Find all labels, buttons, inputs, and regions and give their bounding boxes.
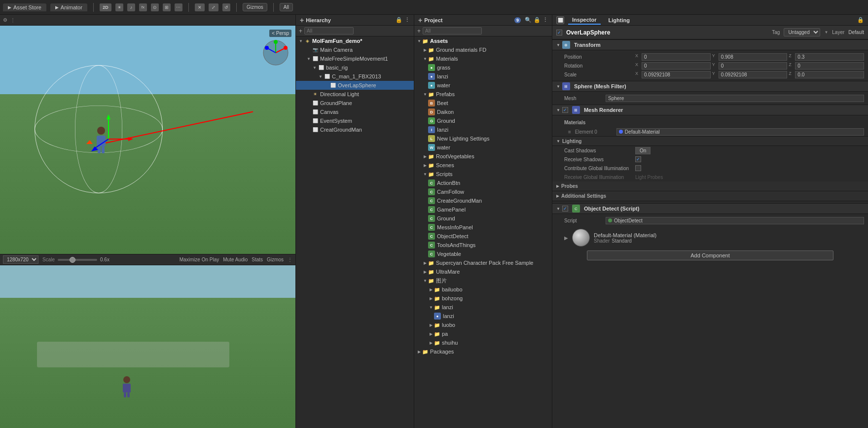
rot-y-field[interactable] <box>719 62 788 70</box>
project-item-water-mat[interactable]: ● water <box>414 81 552 90</box>
project-item-luobo[interactable]: ▶ 📁 luobo <box>414 321 552 329</box>
probes-section[interactable]: ▶ Probes <box>552 181 868 191</box>
project-item-toolsandthings[interactable]: C ToolsAndThings <box>414 241 552 250</box>
resolution-select[interactable]: 1280x720 <box>3 255 38 264</box>
tag-select[interactable]: Untagged <box>784 28 820 36</box>
project-item-shuihu[interactable]: ▶ 📁 shuihu <box>414 338 552 347</box>
hierarchy-more-icon[interactable]: ⋮ <box>404 17 410 23</box>
scale-y-field[interactable] <box>719 71 788 78</box>
2d-toggle[interactable]: 2D <box>100 3 111 11</box>
assets-root[interactable]: ▼ 📁 Assets <box>414 36 552 45</box>
project-item-bohzong[interactable]: ▶ 📁 bohzong <box>414 294 552 303</box>
scale-z-field[interactable] <box>795 71 864 78</box>
scene-view[interactable]: < Persp <box>0 26 295 254</box>
animator-tab[interactable]: ▶ Animator <box>50 3 87 11</box>
lighting-tab[interactable]: Lighting <box>605 16 634 24</box>
project-item-objectdetect[interactable]: C ObjectDetect <box>414 232 552 241</box>
project-item-ground-prefab[interactable]: G Ground <box>414 116 552 125</box>
project-item-pa[interactable]: ▶ 📁 pa <box>414 329 552 338</box>
project-item-supercyan[interactable]: ▶ 📁 Supercyan Character Pack Free Sample <box>414 258 552 267</box>
hierarchy-search[interactable] <box>304 27 354 35</box>
project-plus-icon[interactable]: + <box>417 28 421 35</box>
scene-settings-icon[interactable]: ⚙ <box>3 17 7 23</box>
mesh-renderer-checkbox[interactable] <box>562 107 568 113</box>
hierarchy-item-canvas[interactable]: ⬜ Canvas <box>296 107 414 116</box>
project-item-new-lighting[interactable]: L New Lighting Settings <box>414 134 552 143</box>
hierarchy-item-eventsystem[interactable]: ⬜ EventSystem <box>296 116 414 125</box>
game-more-icon[interactable]: ⋮ <box>288 257 292 262</box>
pos-y-field[interactable] <box>719 53 788 61</box>
inspector-tab[interactable]: Inspector <box>568 16 601 25</box>
project-search-icon[interactable]: 🔍 <box>525 17 532 23</box>
object-active-checkbox[interactable] <box>556 30 562 36</box>
project-item-actionbtn[interactable]: C ActionBtn <box>414 178 552 187</box>
project-item-ground-materials[interactable]: ▶ 📁 Ground materials FD <box>414 45 552 54</box>
hierarchy-item-directional-light[interactable]: ☀ Directional Light <box>296 90 414 99</box>
project-item-prefabs[interactable]: ▼ 📁 Prefabs <box>414 90 552 99</box>
scene-icon1[interactable]: ⊙ <box>151 3 159 11</box>
project-item-materials[interactable]: ▼ 📁 Materials <box>414 54 552 63</box>
light-toggle[interactable]: ☀ <box>115 3 123 11</box>
project-item-packages[interactable]: ▶ 📁 Packages <box>414 347 552 356</box>
audio-toggle[interactable]: ♪ <box>127 3 135 11</box>
transform-header[interactable]: ▼ ⊕ Transform <box>552 39 868 50</box>
project-lock-icon[interactable]: 🔒 <box>534 17 541 23</box>
project-item-ultramare[interactable]: ▶ 📁 UltraMare <box>414 267 552 276</box>
gizmos-btn[interactable]: Gizmos <box>243 3 267 11</box>
scale-x-field[interactable] <box>642 71 711 78</box>
project-item-lanzi-folder[interactable]: ▼ 📁 lanzi <box>414 303 552 312</box>
hierarchy-item-malefree[interactable]: ▼ ⬜ MaleFreeSimpleMovement1 <box>296 54 414 63</box>
hierarchy-item-basic-rig[interactable]: ▼ ⬜ basic_rig <box>296 63 414 72</box>
hierarchy-item-creatgroundman[interactable]: ⬜ CreatGroundMan <box>296 125 414 134</box>
hierarchy-plus-icon[interactable]: + <box>299 28 302 35</box>
asset-store-tab[interactable]: ▶ Asset Store <box>3 3 46 11</box>
project-item-grass[interactable]: ● grass <box>414 63 552 72</box>
mute-audio[interactable]: Mute Audio <box>223 257 248 262</box>
hierarchy-add-icon[interactable]: + <box>300 16 304 24</box>
fx-toggle[interactable]: fx <box>139 3 147 11</box>
game-view[interactable] <box>0 265 295 428</box>
project-item-ground-script[interactable]: C Ground <box>414 214 552 223</box>
add-component-button[interactable]: Add Component <box>587 250 833 260</box>
rot-z-field[interactable] <box>795 62 864 70</box>
lighting-subsection-header[interactable]: ▼ Lighting <box>552 136 868 146</box>
additional-section[interactable]: ▶ Additional Settings <box>552 191 868 201</box>
project-item-messinfopanel[interactable]: C MessInfoPanel <box>414 223 552 232</box>
hierarchy-item-groundplane[interactable]: ⬜ GroundPlane <box>296 99 414 107</box>
scale-slider[interactable] <box>58 259 97 261</box>
project-item-daikon[interactable]: D Daikon <box>414 107 552 116</box>
project-item-rootvegetables[interactable]: ▶ 📁 RootVegetables <box>414 152 552 161</box>
receive-shadows-checkbox[interactable] <box>635 156 641 162</box>
project-more-icon[interactable]: ⋮ <box>542 17 548 23</box>
project-item-lanzi-mat[interactable]: ● lanzi <box>414 72 552 81</box>
transform-tool2[interactable]: ⤢ <box>209 3 218 11</box>
hierarchy-item-cman[interactable]: ▼ ⬜ C_man_1_FBX2013 <box>296 72 414 81</box>
hierarchy-item-main-camera[interactable]: 📷 Main Camera <box>296 45 414 54</box>
project-item-scenes[interactable]: ▶ 📁 Scenes <box>414 161 552 170</box>
project-item-creategroundman[interactable]: C CreateGroundMan <box>414 196 552 205</box>
more-icon[interactable]: ⋯ <box>175 3 182 11</box>
scene-root-item[interactable]: ▼ ◈ MolFamFun_demo* <box>296 36 414 45</box>
gizmos-game-btn[interactable]: Gizmos <box>267 257 284 262</box>
mesh-renderer-header[interactable]: ▼ ⊞ Mesh Renderer <box>552 105 868 115</box>
scene-icon2[interactable]: ⊞ <box>163 3 171 11</box>
hierarchy-item-overlapsphere[interactable]: ⬜ OverLapSphere <box>296 81 414 90</box>
object-detect-header[interactable]: ▼ C Object Detect (Script) <box>552 203 868 214</box>
transform-tool3[interactable]: ↺ <box>222 3 230 11</box>
pos-x-field[interactable] <box>642 53 711 61</box>
project-item-scripts[interactable]: ▼ 📁 Scripts <box>414 170 552 178</box>
project-search[interactable] <box>423 27 482 35</box>
hierarchy-lock-icon[interactable]: 🔒 <box>396 17 402 23</box>
transform-tool1[interactable]: ✕ <box>195 3 205 11</box>
contribute-gi-checkbox[interactable] <box>635 165 641 171</box>
material-expand-arrow[interactable]: ▶ <box>564 235 568 241</box>
maximize-on-play[interactable]: Maximize On Play <box>180 257 219 262</box>
mesh-filter-header[interactable]: ▼ ⊞ Sphere (Mesh Filter) <box>552 81 868 92</box>
project-item-tupian[interactable]: ▼ 📁 图片 <box>414 276 552 285</box>
project-add-icon[interactable]: + <box>418 16 422 24</box>
project-item-beet[interactable]: B Beet <box>414 99 552 107</box>
pos-z-field[interactable] <box>795 53 864 61</box>
rot-x-field[interactable] <box>642 62 711 70</box>
project-item-water-prefab[interactable]: W water <box>414 143 552 152</box>
project-item-ianzi[interactable]: I Ianzi <box>414 125 552 134</box>
